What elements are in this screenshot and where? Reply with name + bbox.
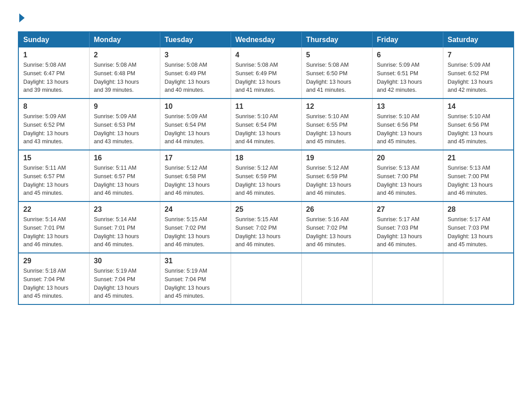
day-cell [443, 253, 514, 304]
day-number: 6 [377, 51, 438, 59]
day-cell: 2 Sunrise: 5:08 AMSunset: 6:48 PMDayligh… [89, 47, 160, 98]
day-cell: 20 Sunrise: 5:13 AMSunset: 7:00 PMDaylig… [372, 150, 443, 201]
day-number: 26 [306, 206, 368, 214]
day-number: 23 [94, 206, 155, 214]
day-info: Sunrise: 5:14 AMSunset: 7:01 PMDaylight:… [23, 216, 69, 248]
day-info: Sunrise: 5:13 AMSunset: 7:00 PMDaylight:… [377, 165, 422, 196]
calendar-table: SundayMondayTuesdayWednesdayThursdayFrid… [18, 31, 514, 305]
day-info: Sunrise: 5:19 AMSunset: 7:04 PMDaylight:… [165, 268, 210, 299]
day-info: Sunrise: 5:09 AMSunset: 6:51 PMDaylight:… [377, 62, 422, 93]
day-info: Sunrise: 5:17 AMSunset: 7:03 PMDaylight:… [377, 216, 422, 248]
header-wednesday: Wednesday [231, 32, 301, 47]
day-number: 4 [236, 51, 297, 59]
week-row-4: 22 Sunrise: 5:14 AMSunset: 7:01 PMDaylig… [18, 201, 514, 253]
day-cell: 15 Sunrise: 5:11 AMSunset: 6:57 PMDaylig… [18, 150, 89, 201]
day-number: 2 [94, 51, 155, 59]
header-row: SundayMondayTuesdayWednesdayThursdayFrid… [18, 32, 514, 47]
header-sunday: Sunday [18, 32, 89, 47]
header-tuesday: Tuesday [160, 32, 231, 47]
page-header [18, 13, 514, 22]
day-info: Sunrise: 5:10 AMSunset: 6:56 PMDaylight:… [377, 113, 422, 145]
week-row-3: 15 Sunrise: 5:11 AMSunset: 6:57 PMDaylig… [18, 150, 514, 201]
day-number: 9 [94, 103, 155, 111]
day-number: 20 [377, 154, 438, 162]
day-cell: 5 Sunrise: 5:08 AMSunset: 6:50 PMDayligh… [301, 47, 372, 98]
day-number: 22 [23, 206, 85, 214]
day-info: Sunrise: 5:18 AMSunset: 7:04 PMDaylight:… [23, 268, 69, 299]
day-info: Sunrise: 5:08 AMSunset: 6:48 PMDaylight:… [94, 62, 139, 93]
day-info: Sunrise: 5:09 AMSunset: 6:52 PMDaylight:… [23, 113, 69, 145]
day-number: 5 [306, 51, 368, 59]
header-monday: Monday [89, 32, 160, 47]
day-cell: 3 Sunrise: 5:08 AMSunset: 6:49 PMDayligh… [160, 47, 231, 98]
day-number: 28 [448, 206, 509, 214]
day-info: Sunrise: 5:13 AMSunset: 7:00 PMDaylight:… [448, 165, 493, 196]
day-cell: 7 Sunrise: 5:09 AMSunset: 6:52 PMDayligh… [443, 47, 514, 98]
day-info: Sunrise: 5:17 AMSunset: 7:03 PMDaylight:… [448, 216, 493, 248]
day-number: 10 [165, 103, 226, 111]
day-cell: 30 Sunrise: 5:19 AMSunset: 7:04 PMDaylig… [89, 253, 160, 304]
day-cell: 26 Sunrise: 5:16 AMSunset: 7:02 PMDaylig… [301, 201, 372, 253]
day-number: 30 [94, 257, 155, 265]
day-cell: 4 Sunrise: 5:08 AMSunset: 6:49 PMDayligh… [231, 47, 301, 98]
day-number: 24 [165, 206, 226, 214]
day-info: Sunrise: 5:14 AMSunset: 7:01 PMDaylight:… [94, 216, 139, 248]
day-info: Sunrise: 5:15 AMSunset: 7:02 PMDaylight:… [236, 216, 281, 248]
day-cell: 27 Sunrise: 5:17 AMSunset: 7:03 PMDaylig… [372, 201, 443, 253]
day-cell: 10 Sunrise: 5:09 AMSunset: 6:54 PMDaylig… [160, 98, 231, 150]
day-info: Sunrise: 5:11 AMSunset: 6:57 PMDaylight:… [23, 165, 69, 196]
day-number: 15 [23, 154, 85, 162]
day-info: Sunrise: 5:10 AMSunset: 6:56 PMDaylight:… [448, 113, 493, 145]
day-cell: 31 Sunrise: 5:19 AMSunset: 7:04 PMDaylig… [160, 253, 231, 304]
day-cell: 17 Sunrise: 5:12 AMSunset: 6:58 PMDaylig… [160, 150, 231, 201]
day-cell: 28 Sunrise: 5:17 AMSunset: 7:03 PMDaylig… [443, 201, 514, 253]
day-cell [231, 253, 301, 304]
day-info: Sunrise: 5:09 AMSunset: 6:52 PMDaylight:… [448, 62, 493, 93]
day-number: 31 [165, 257, 226, 265]
day-cell: 12 Sunrise: 5:10 AMSunset: 6:55 PMDaylig… [301, 98, 372, 150]
day-cell: 22 Sunrise: 5:14 AMSunset: 7:01 PMDaylig… [18, 201, 89, 253]
day-cell: 13 Sunrise: 5:10 AMSunset: 6:56 PMDaylig… [372, 98, 443, 150]
day-info: Sunrise: 5:12 AMSunset: 6:58 PMDaylight:… [165, 165, 210, 196]
day-cell: 18 Sunrise: 5:12 AMSunset: 6:59 PMDaylig… [231, 150, 301, 201]
day-info: Sunrise: 5:19 AMSunset: 7:04 PMDaylight:… [94, 268, 139, 299]
day-info: Sunrise: 5:12 AMSunset: 6:59 PMDaylight:… [306, 165, 352, 196]
day-number: 13 [377, 103, 438, 111]
day-cell: 14 Sunrise: 5:10 AMSunset: 6:56 PMDaylig… [443, 98, 514, 150]
day-number: 21 [448, 154, 509, 162]
day-cell: 29 Sunrise: 5:18 AMSunset: 7:04 PMDaylig… [18, 253, 89, 304]
day-cell: 16 Sunrise: 5:11 AMSunset: 6:57 PMDaylig… [89, 150, 160, 201]
day-info: Sunrise: 5:10 AMSunset: 6:54 PMDaylight:… [236, 113, 281, 145]
week-row-5: 29 Sunrise: 5:18 AMSunset: 7:04 PMDaylig… [18, 253, 514, 304]
day-cell: 21 Sunrise: 5:13 AMSunset: 7:00 PMDaylig… [443, 150, 514, 201]
day-info: Sunrise: 5:11 AMSunset: 6:57 PMDaylight:… [94, 165, 139, 196]
logo-text [18, 13, 26, 22]
day-info: Sunrise: 5:12 AMSunset: 6:59 PMDaylight:… [236, 165, 281, 196]
week-row-2: 8 Sunrise: 5:09 AMSunset: 6:52 PMDayligh… [18, 98, 514, 150]
day-info: Sunrise: 5:16 AMSunset: 7:02 PMDaylight:… [306, 216, 352, 248]
calendar-body: 1 Sunrise: 5:08 AMSunset: 6:47 PMDayligh… [18, 47, 514, 304]
day-cell [372, 253, 443, 304]
day-cell [301, 253, 372, 304]
day-number: 25 [236, 206, 297, 214]
day-number: 27 [377, 206, 438, 214]
day-cell: 19 Sunrise: 5:12 AMSunset: 6:59 PMDaylig… [301, 150, 372, 201]
day-info: Sunrise: 5:09 AMSunset: 6:53 PMDaylight:… [94, 113, 139, 145]
day-number: 7 [448, 51, 509, 59]
header-thursday: Thursday [301, 32, 372, 47]
day-info: Sunrise: 5:08 AMSunset: 6:49 PMDaylight:… [236, 62, 281, 93]
header-saturday: Saturday [443, 32, 514, 47]
day-cell: 1 Sunrise: 5:08 AMSunset: 6:47 PMDayligh… [18, 47, 89, 98]
day-number: 1 [23, 51, 85, 59]
day-info: Sunrise: 5:08 AMSunset: 6:50 PMDaylight:… [306, 62, 352, 93]
day-cell: 6 Sunrise: 5:09 AMSunset: 6:51 PMDayligh… [372, 47, 443, 98]
day-number: 19 [306, 154, 368, 162]
day-info: Sunrise: 5:10 AMSunset: 6:55 PMDaylight:… [306, 113, 352, 145]
day-number: 18 [236, 154, 297, 162]
day-number: 14 [448, 103, 509, 111]
day-info: Sunrise: 5:08 AMSunset: 6:49 PMDaylight:… [165, 62, 210, 93]
day-number: 11 [236, 103, 297, 111]
logo [18, 13, 26, 22]
day-info: Sunrise: 5:15 AMSunset: 7:02 PMDaylight:… [165, 216, 210, 248]
day-cell: 25 Sunrise: 5:15 AMSunset: 7:02 PMDaylig… [231, 201, 301, 253]
